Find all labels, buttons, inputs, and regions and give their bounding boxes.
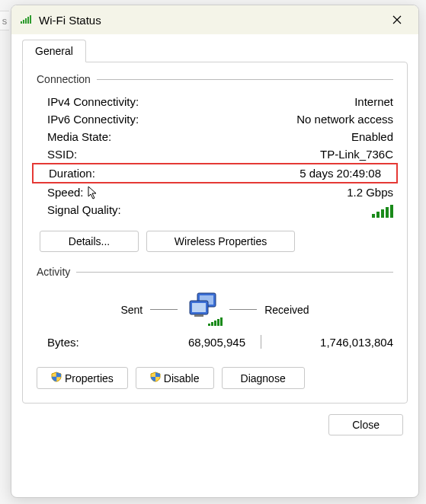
row-ssid: SSID: TP-Link_736C: [37, 145, 393, 163]
bytes-row: Bytes: 68,905,945 1,746,013,804: [37, 330, 393, 362]
svg-rect-9: [390, 205, 393, 218]
details-button[interactable]: Details...: [40, 231, 139, 252]
bytes-received-value: 1,746,013,804: [276, 336, 393, 349]
svg-rect-6: [376, 212, 380, 218]
duration-label: Duration:: [49, 167, 95, 180]
properties-button[interactable]: Properties: [37, 367, 128, 389]
svg-rect-14: [194, 314, 203, 317]
tab-general[interactable]: General: [22, 40, 86, 62]
dash-line: [229, 309, 257, 310]
svg-rect-17: [214, 321, 216, 326]
disable-button-label: Disable: [164, 372, 200, 384]
svg-rect-15: [208, 324, 210, 326]
ssid-value: TP-Link_736C: [320, 148, 393, 161]
svg-rect-5: [372, 214, 375, 218]
row-signal: Signal Quality:: [37, 201, 393, 223]
ipv4-value: Internet: [354, 95, 393, 108]
ipv4-label: IPv4 Connectivity:: [47, 95, 139, 108]
separator: [261, 335, 261, 349]
tab-bar: General: [11, 34, 418, 62]
activity-label: Activity: [37, 266, 70, 278]
divider: [97, 79, 393, 80]
connection-label: Connection: [37, 73, 91, 85]
disable-button[interactable]: Disable: [136, 367, 214, 389]
window-title: Wi-Fi Status: [39, 14, 382, 27]
computers-icon: [185, 292, 222, 327]
dash-line: [150, 309, 178, 310]
svg-rect-1: [23, 20, 24, 24]
received-label: Received: [264, 304, 309, 316]
signal-label: Signal Quality:: [47, 203, 121, 221]
properties-button-label: Properties: [65, 372, 114, 384]
svg-rect-18: [217, 319, 219, 326]
row-speed: Speed: 1.2 Gbps: [37, 183, 393, 201]
diagnose-button[interactable]: Diagnose: [222, 367, 305, 389]
svg-rect-7: [381, 209, 384, 218]
footer: Close: [11, 414, 418, 448]
row-ipv4: IPv4 Connectivity: Internet: [37, 93, 393, 110]
background-letter: s: [0, 11, 9, 30]
svg-rect-3: [27, 17, 29, 24]
speed-label: Speed:: [47, 186, 84, 199]
connection-header: Connection: [37, 73, 393, 85]
close-button[interactable]: Close: [328, 414, 403, 435]
duration-value: 5 days 20:49:08: [299, 167, 381, 180]
svg-rect-16: [211, 322, 213, 326]
bytes-label: Bytes:: [47, 336, 139, 349]
row-media: Media State: Enabled: [37, 128, 393, 145]
svg-rect-2: [25, 18, 27, 24]
ssid-label: SSID:: [47, 148, 77, 161]
sent-label: Sent: [120, 304, 143, 316]
bytes-sent-value: 68,905,945: [139, 336, 245, 349]
svg-rect-13: [192, 303, 206, 312]
svg-rect-8: [386, 207, 389, 218]
ipv6-value: No network access: [296, 113, 393, 126]
svg-rect-4: [30, 15, 31, 24]
activity-header: Activity: [37, 266, 393, 278]
connection-buttons: Details... Wireless Properties: [37, 223, 393, 255]
cursor-icon: [87, 185, 99, 203]
title-bar: Wi-Fi Status: [11, 5, 418, 34]
tab-content: Connection IPv4 Connectivity: Internet I…: [22, 62, 408, 404]
wireless-properties-button[interactable]: Wireless Properties: [146, 231, 295, 252]
wifi-status-window: Wi-Fi Status General Connection IPv4 Con…: [11, 5, 419, 498]
speed-value: 1.2 Gbps: [347, 186, 393, 199]
media-value: Enabled: [351, 130, 393, 143]
svg-rect-0: [21, 21, 22, 24]
action-buttons: Properties Disable Diagnose: [37, 362, 393, 392]
activity-section: Activity Sent: [37, 266, 393, 392]
wifi-signal-icon: [21, 14, 33, 27]
shield-icon: [150, 372, 161, 384]
shield-icon: [51, 372, 62, 384]
row-duration-highlighted: Duration: 5 days 20:49:08: [32, 163, 398, 183]
activity-diagram: Sent: [37, 285, 393, 330]
divider: [76, 272, 393, 273]
svg-rect-19: [220, 317, 223, 326]
close-icon[interactable]: [382, 8, 412, 31]
ipv6-label: IPv6 Connectivity:: [47, 113, 139, 126]
signal-bars-icon: [372, 203, 393, 221]
media-label: Media State:: [47, 130, 111, 143]
row-ipv6: IPv6 Connectivity: No network access: [37, 110, 393, 128]
